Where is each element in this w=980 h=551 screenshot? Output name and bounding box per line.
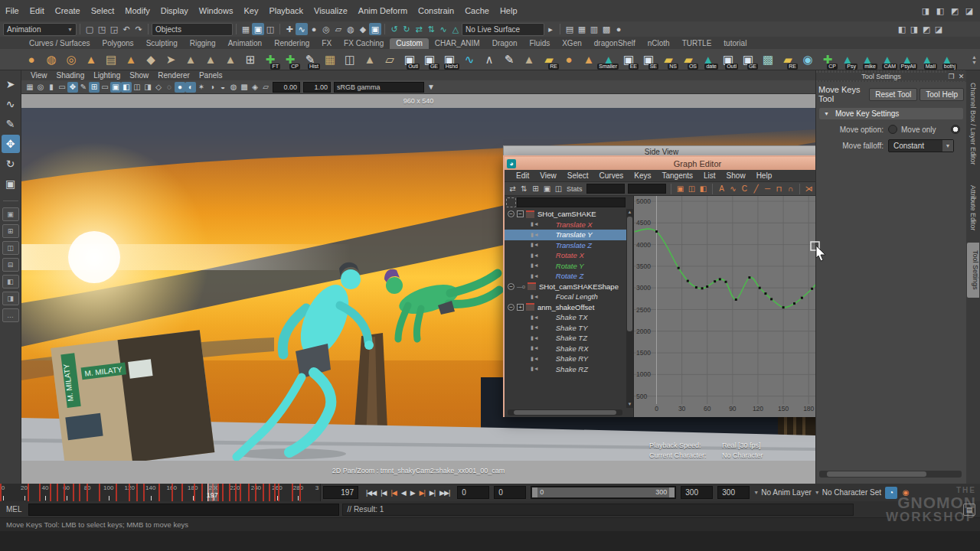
gate-mask-icon[interactable]: ◧ [121,82,132,93]
input-connections-icon[interactable]: ↺ [388,23,400,35]
hypershade-icon[interactable]: ● [612,23,625,35]
shelf-tab-char-anim[interactable]: CHAR_ANIM [429,38,486,49]
shelf-window-outl[interactable]: ▣Outl [400,50,420,70]
step-forward-key-button[interactable]: ▶| [417,489,427,497]
panel-popout-icon[interactable]: ❐ [946,71,956,81]
stats-time-field[interactable] [586,184,625,194]
redo-icon[interactable]: ↷ [132,23,145,35]
dock-tab-tool-settings[interactable]: Tool Settings [967,243,979,298]
shelf-window-ee[interactable]: ▣EE [619,50,639,70]
keyframe-point[interactable] [801,297,803,299]
shelf-tab-sculpting[interactable]: Sculpting [140,38,184,49]
tool-help-button[interactable]: Tool Help [920,88,964,101]
graph-editor-menu-view[interactable]: View [534,171,562,180]
shelf-soldier-3[interactable]: ▲ [220,50,240,70]
shelf-tab-custom[interactable]: Custom [390,38,428,49]
keyframe-point[interactable] [811,288,813,290]
shelf-maya-mall[interactable]: ▲MaIl [917,50,937,70]
channel-mute-icon[interactable]: ▮◄ [531,253,539,259]
shelf-checker[interactable]: ▩ [758,50,778,70]
keyframe-point[interactable] [793,302,795,305]
layout-graph-persp[interactable]: ◨ [2,292,19,305]
menu-set-dropdown[interactable]: Animation▼ [3,23,77,36]
scroll-up-icon[interactable]: ▲ [972,54,977,60]
construction-history-icon[interactable]: ⇄ [413,23,425,35]
snap-point-icon[interactable]: ● [308,23,320,35]
panel-close-icon[interactable]: ✕ [956,71,966,81]
range-end-handle[interactable] [669,487,675,497]
expand-arrow-icon[interactable]: ▸ [544,23,557,35]
view-transform-dropdown[interactable]: sRGB gamma [334,82,424,93]
shelf-cage[interactable]: ▦ [320,50,340,70]
move-only-radio[interactable] [888,125,897,134]
shelf-tab-dragonshelf[interactable]: dragonShelf [588,38,642,49]
viewport-menu-shading[interactable]: Shading [52,71,90,80]
range-slider[interactable]: 0 300 [531,486,676,499]
shelf-cones[interactable]: ▲ [121,50,141,70]
keyframe-point[interactable] [706,285,708,288]
keyframe-point[interactable] [655,230,658,233]
animation-start-field[interactable]: 0 [457,486,489,499]
shelf-tab-polygons[interactable]: Polygons [96,38,139,49]
two-way-connection-icon[interactable]: ⇅ [425,23,437,35]
keyframe-point[interactable] [735,298,737,301]
2d-pan-zoom-icon[interactable]: ✥ [67,82,78,93]
channel-row-focal-length[interactable]: ▮◄Focal Length [505,292,626,302]
channel-mute-icon[interactable]: ▮◄ [531,335,539,341]
step-back-key-button[interactable]: |◀ [388,489,398,497]
shelf-tab-xgen[interactable]: XGen [556,38,588,49]
output-connections-icon[interactable]: ↻ [400,23,413,35]
layout-two-pane-stacked[interactable]: ⊟ [2,258,19,272]
shelf-char-select[interactable]: ◆ [141,50,161,70]
shelf-window-hshd[interactable]: ▣Hshd [439,50,459,70]
shelf-pencil[interactable]: ✎ [499,50,519,70]
tool-settings-header[interactable]: Tool Settings ❐ ✕ [816,70,966,82]
paint-select-tool[interactable]: ✎ [2,115,20,133]
shelf-shell[interactable]: ◍ [41,50,61,70]
channel-mute-icon[interactable]: ▮◄ [531,294,539,300]
move-key-settings-section[interactable]: ▼ Move Key Settings [819,108,963,119]
move-tool[interactable]: ✥ [2,135,20,153]
highlight-selection-icon[interactable]: ▣ [369,23,381,35]
keyframe-point[interactable] [725,281,727,283]
break-tangents-icon[interactable]: ⋊ [803,184,815,194]
range-start-handle[interactable] [532,487,537,497]
scale-tool[interactable]: ▣ [2,174,20,193]
expand-box-icon[interactable]: + [517,304,524,311]
shelf-folder-ns[interactable]: ▰NS [658,50,678,70]
move-over-radio[interactable] [951,125,960,134]
shelf-maya-psyall[interactable]: ▲PsyAll [897,50,917,70]
shelf-soldier-4[interactable]: ▲ [360,50,380,70]
shelf-window-outl2[interactable]: ▣Outl [718,50,738,70]
shelf-maya-date[interactable]: ▲date [698,50,718,70]
shelf-folder-re[interactable]: ▰RE [539,50,559,70]
channel-row-shake-rz[interactable]: ▮◄Shake RZ [505,364,626,375]
auto-key-toggle[interactable]: ◔ [885,487,897,499]
toggle-outliner-icon[interactable]: ◪ [933,23,945,35]
clamped-tangent-icon[interactable]: C [739,184,750,194]
shelf-soldier-2[interactable]: ▲ [201,50,220,70]
use-all-lights-icon[interactable]: ✶ [196,82,207,93]
menu-modify[interactable]: Modify [119,0,155,21]
outliner-vertical-scrollbar[interactable]: ▲ ▼ [626,209,633,408]
ipr-render-icon[interactable]: ▥ [588,23,600,35]
channel-row-shake-rx[interactable]: ▮◄Shake RX [505,344,626,354]
anim-layer-dropdown[interactable]: ▼ No Anim Layer [753,488,812,497]
move-nearest-picked-key-icon[interactable]: ⇄ [507,184,518,194]
live-surface-field[interactable]: No Live Surface [462,23,544,36]
menu-playback[interactable]: Playback [263,0,309,21]
shelf-tab-turtle[interactable]: TURTLE [676,38,718,49]
keyframe-point[interactable] [748,276,750,279]
lock-selection-icon[interactable]: ◆ [357,23,369,35]
toggle-modeling-toolkit-icon[interactable]: ◧ [896,23,908,35]
collapse-circle-icon[interactable]: − [508,210,514,217]
channel-row-translate-z[interactable]: ▮◄Translate Z [505,240,626,251]
viewport-menu-show[interactable]: Show [125,71,153,80]
graph-editor-outliner[interactable]: −−SHot_camSHAKE▮◄Translate X▮◄Translate … [505,196,634,417]
graph-editor-menu-help[interactable]: Help [751,171,778,180]
viewport-menu-view[interactable]: View [26,71,52,80]
graph-editor-menu-show[interactable]: Show [721,171,751,180]
keyframe-point[interactable] [701,287,704,289]
shelf-maya-bothj[interactable]: ▲bothj [937,50,957,70]
toggle-channel-box-icon[interactable]: ◩ [920,23,933,35]
